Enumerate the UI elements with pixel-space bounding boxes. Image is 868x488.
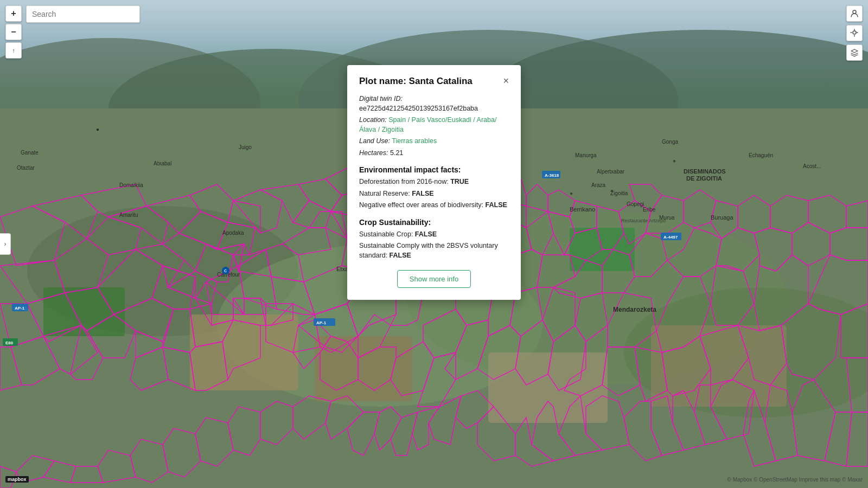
svg-marker-26 xyxy=(65,287,114,331)
svg-point-9 xyxy=(624,287,868,418)
svg-marker-98 xyxy=(618,201,651,244)
svg-marker-53 xyxy=(298,179,342,211)
deforestation-value: TRUE xyxy=(450,178,469,185)
show-more-button[interactable]: Show more info xyxy=(397,270,471,288)
svg-text:AP-1: AP-1 xyxy=(316,320,327,325)
search-box[interactable] xyxy=(26,5,140,23)
svg-marker-94 xyxy=(526,211,553,255)
svg-point-6 xyxy=(27,206,298,336)
svg-marker-138 xyxy=(738,325,787,385)
svg-marker-44 xyxy=(228,201,260,233)
svg-marker-136 xyxy=(662,336,711,396)
svg-marker-38 xyxy=(152,266,195,309)
panel-collapse-button[interactable]: › xyxy=(0,233,11,255)
svg-marker-137 xyxy=(700,325,749,385)
svg-point-244 xyxy=(853,31,856,34)
svg-marker-62 xyxy=(195,282,244,325)
user-icon-button[interactable] xyxy=(846,5,863,22)
layers-icon-button[interactable] xyxy=(846,44,863,61)
zoom-out-button[interactable]: − xyxy=(5,24,22,40)
svg-marker-178 xyxy=(130,439,168,483)
svg-marker-103 xyxy=(738,195,770,233)
sustainable-crop-field: Sustainable Crop: FALSE xyxy=(359,230,509,240)
digital-twin-label: Digital twin ID: xyxy=(359,95,403,102)
svg-text:Echaguén: Echaguén xyxy=(749,152,773,158)
svg-text:DE ZIGOITIA: DE ZIGOITIA xyxy=(686,175,722,182)
natural-reserve-field: Natural Reserve: FALSE xyxy=(359,189,509,199)
svg-text:Carrefour: Carrefour xyxy=(217,272,240,278)
svg-text:●: ● xyxy=(673,158,676,164)
svg-marker-141 xyxy=(391,342,434,396)
svg-marker-110 xyxy=(553,260,602,298)
svg-marker-142 xyxy=(418,352,456,407)
svg-marker-128 xyxy=(423,309,467,358)
svg-text:Restaurante Artzepo: Restaurante Artzepo xyxy=(621,218,666,223)
svg-marker-163 xyxy=(532,401,575,461)
svg-marker-48 xyxy=(233,244,244,271)
svg-marker-61 xyxy=(206,266,244,314)
zoom-in-button[interactable]: + xyxy=(5,5,22,22)
mapbox-logo-mark: mapbox xyxy=(5,476,29,483)
svg-marker-90 xyxy=(526,184,548,211)
svg-marker-170 xyxy=(374,407,401,450)
svg-marker-161 xyxy=(586,396,629,450)
bsvs-value: FALSE xyxy=(390,252,411,259)
natural-reserve-value: FALSE xyxy=(412,190,433,197)
svg-marker-117 xyxy=(830,228,868,260)
popup-close-button[interactable]: × xyxy=(503,76,509,86)
svg-marker-172 xyxy=(326,396,363,439)
svg-marker-33 xyxy=(11,336,60,385)
svg-marker-17 xyxy=(33,195,98,239)
svg-point-228 xyxy=(222,267,229,274)
svg-marker-68 xyxy=(190,342,228,390)
svg-marker-179 xyxy=(98,450,136,483)
svg-marker-129 xyxy=(445,320,488,380)
svg-marker-105 xyxy=(808,195,846,233)
svg-text:●: ● xyxy=(570,190,573,196)
svg-marker-34 xyxy=(43,325,98,374)
svg-marker-28 xyxy=(136,244,184,287)
location-icon-button[interactable] xyxy=(846,25,863,41)
svg-rect-15 xyxy=(651,325,787,407)
svg-marker-174 xyxy=(260,401,293,445)
land-use-field: Land Use: Tierras arables xyxy=(359,137,509,146)
land-use-value: Tierras arables xyxy=(392,137,437,145)
hectares-value: 5.21 xyxy=(390,149,403,157)
svg-marker-173 xyxy=(293,396,331,439)
svg-marker-175 xyxy=(228,407,260,455)
svg-rect-189 xyxy=(314,318,335,326)
compass-button[interactable]: ↑ xyxy=(5,42,22,59)
svg-marker-74 xyxy=(315,304,358,352)
svg-marker-18 xyxy=(81,184,146,217)
svg-text:Apodaka: Apodaka xyxy=(222,230,244,236)
svg-marker-114 xyxy=(716,228,760,271)
popup-header: Plot name: Santa Catalina × xyxy=(359,76,509,87)
svg-text:Acost...: Acost... xyxy=(803,163,821,169)
svg-marker-153 xyxy=(792,380,835,461)
svg-rect-197 xyxy=(661,233,681,240)
svg-marker-24 xyxy=(0,304,43,347)
svg-marker-35 xyxy=(71,325,103,380)
search-input[interactable] xyxy=(26,5,140,23)
deforestation-label: Deforestation from 2016-now: xyxy=(359,178,449,185)
svg-marker-127 xyxy=(808,255,868,314)
svg-marker-69 xyxy=(222,320,260,380)
svg-text:Buruaga: Buruaga xyxy=(711,214,733,221)
hectares-label: Hectares: xyxy=(359,149,388,157)
svg-marker-132 xyxy=(548,325,586,390)
svg-text:Gonga: Gonga xyxy=(662,139,678,145)
svg-rect-10 xyxy=(570,228,635,271)
svg-marker-66 xyxy=(130,347,168,390)
svg-text:C: C xyxy=(224,269,227,273)
svg-marker-123 xyxy=(608,293,656,347)
svg-text:DISEMINADOS: DISEMINADOS xyxy=(684,168,726,175)
svg-marker-30 xyxy=(179,211,228,249)
svg-marker-32 xyxy=(0,347,22,390)
svg-marker-180 xyxy=(71,466,103,483)
svg-text:A-4497: A-4497 xyxy=(663,235,678,240)
svg-marker-29 xyxy=(163,233,206,271)
svg-marker-154 xyxy=(765,385,797,461)
svg-marker-23 xyxy=(146,195,201,233)
svg-text:E80: E80 xyxy=(5,341,14,345)
svg-marker-60 xyxy=(239,249,277,309)
